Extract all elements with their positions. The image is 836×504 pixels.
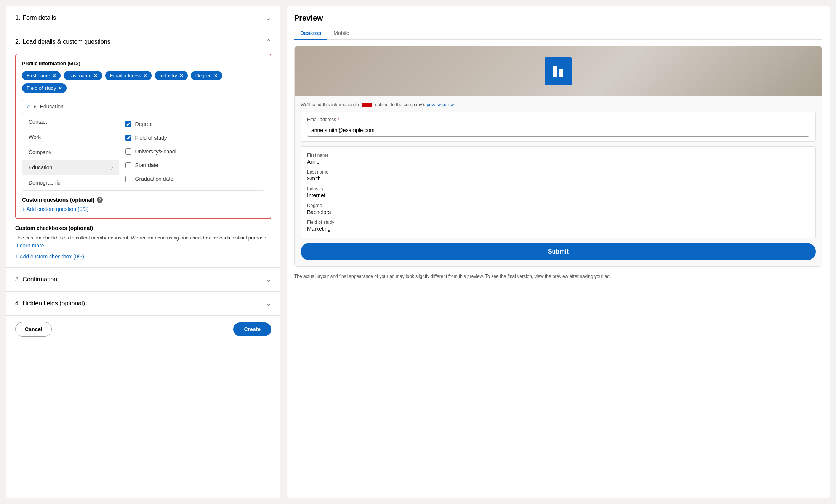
create-button[interactable]: Create — [233, 322, 271, 336]
section-4-hidden-fields: 4. Hidden fields (optional) ⌄ — [6, 292, 280, 316]
email-field-group: Email address — [301, 112, 816, 142]
category-demographic[interactable]: Demographic — [22, 175, 119, 190]
section-3-label: Confirmation — [22, 276, 266, 283]
field-row-first-name: First name Anne — [307, 153, 809, 165]
help-icon[interactable]: ? — [97, 197, 103, 203]
tag-first-name-label: First name — [27, 73, 50, 78]
tag-field-of-study-label: Field of study — [27, 85, 56, 91]
field-value-degree: Bachelors — [307, 209, 809, 215]
tag-first-name-close-icon[interactable]: ✕ — [52, 73, 56, 78]
tag-email-label: Email address — [110, 73, 141, 78]
breadcrumb-arrow-icon: ► — [33, 104, 38, 109]
section-2-header[interactable]: 2. Lead details & custom questions ⌃ — [6, 30, 280, 54]
email-input[interactable] — [307, 124, 809, 137]
category-company[interactable]: Company — [22, 145, 119, 160]
tag-email-address[interactable]: Email address ✕ — [105, 71, 152, 80]
section-1-header[interactable]: 1. Form details ⌄ — [6, 6, 280, 30]
submit-button[interactable]: Submit — [301, 243, 816, 260]
logo-bar-2 — [559, 69, 563, 77]
field-row-degree: Degree Bachelors — [307, 203, 809, 215]
field-value-field-of-study: Marketing — [307, 226, 809, 232]
privacy-redacted-name — [362, 103, 372, 107]
cancel-button[interactable]: Cancel — [15, 322, 52, 337]
tag-field-of-study-close-icon[interactable]: ✕ — [58, 86, 62, 91]
checkbox-degree-input[interactable] — [125, 121, 131, 127]
category-work-label: Work — [29, 134, 41, 140]
tag-last-name-label: Last name — [68, 73, 91, 78]
custom-questions-label: Custom questions (optional) — [22, 197, 94, 203]
section-3-header[interactable]: 3. Confirmation ⌄ — [6, 268, 280, 291]
learn-more-link[interactable]: Learn more — [17, 242, 44, 249]
nav-breadcrumb: ⌂ ► Education — [22, 99, 264, 114]
field-value-first-name: Anne — [307, 159, 809, 165]
preview-card: We'll send this information to subject t… — [294, 46, 822, 267]
options-grid: Contact Work Company Education 〉 — [22, 114, 264, 191]
section-2-number: 2. — [15, 38, 20, 45]
tag-degree-label: Degree — [195, 73, 212, 78]
category-education[interactable]: Education 〉 — [22, 160, 119, 175]
privacy-policy-link[interactable]: privacy policy — [427, 102, 454, 107]
checkbox-graduation-date-label: Graduation date — [135, 176, 173, 182]
preview-logo-box — [545, 57, 572, 85]
tag-last-name[interactable]: Last name ✕ — [64, 71, 102, 80]
section-2-chevron-icon: ⌃ — [266, 38, 271, 46]
tag-last-name-close-icon[interactable]: ✕ — [94, 73, 98, 78]
field-row-industry: Industry Internet — [307, 186, 809, 198]
section-3-number: 3. — [15, 276, 20, 283]
preview-tabs: Desktop Mobile — [294, 27, 822, 40]
checkbox-field-of-study-input[interactable] — [125, 135, 131, 141]
tag-first-name[interactable]: First name ✕ — [22, 71, 61, 80]
category-education-label: Education — [29, 164, 52, 171]
category-company-label: Company — [29, 149, 51, 155]
checkbox-start-date-input[interactable] — [125, 162, 131, 168]
category-work[interactable]: Work — [22, 129, 119, 145]
profile-info-box: Profile information (6/12) First name ✕ … — [15, 54, 271, 219]
checkbox-university-label: University/School — [135, 148, 176, 155]
logo-bars — [553, 66, 563, 77]
field-name-field-of-study: Field of study — [307, 220, 809, 225]
section-4-chevron-icon: ⌄ — [266, 299, 271, 308]
breadcrumb-education-label: Education — [40, 104, 64, 110]
tag-industry-close-icon[interactable]: ✕ — [179, 73, 183, 78]
custom-checkboxes-description: Use custom checkboxes to collect member … — [15, 234, 271, 250]
checkbox-field-of-study-label: Field of study — [135, 135, 167, 141]
home-icon[interactable]: ⌂ — [27, 103, 31, 110]
checkboxes-list: Degree Field of study University/School — [119, 114, 264, 190]
privacy-notice-text: We'll send this information to — [301, 102, 359, 107]
checkbox-university: University/School — [119, 145, 264, 158]
section-4-header[interactable]: 4. Hidden fields (optional) ⌄ — [6, 292, 280, 315]
tab-desktop[interactable]: Desktop — [294, 27, 327, 40]
category-contact[interactable]: Contact — [22, 114, 119, 129]
tab-mobile[interactable]: Mobile — [327, 27, 355, 40]
tag-industry[interactable]: Industry ✕ — [155, 71, 187, 80]
category-contact-label: Contact — [29, 119, 47, 125]
custom-questions-title-row: Custom questions (optional) ? — [22, 197, 264, 203]
tag-email-close-icon[interactable]: ✕ — [143, 73, 147, 78]
category-demographic-label: Demographic — [29, 180, 60, 186]
tag-field-of-study[interactable]: Field of study ✕ — [22, 83, 67, 93]
tag-degree-close-icon[interactable]: ✕ — [214, 73, 218, 78]
section-4-label: Hidden fields (optional) — [22, 300, 266, 307]
preview-panel: Preview Desktop Mobile — [287, 6, 830, 498]
checkbox-graduation-date-input[interactable] — [125, 176, 131, 182]
section-2-lead-details: 2. Lead details & custom questions ⌃ Pro… — [6, 30, 280, 268]
field-value-last-name: Smith — [307, 175, 809, 182]
logo-bar-1 — [553, 66, 557, 77]
tab-mobile-label: Mobile — [333, 30, 349, 36]
preview-banner — [295, 46, 822, 96]
checkbox-start-date-label: Start date — [135, 162, 159, 168]
checkbox-degree-label: Degree — [135, 121, 153, 127]
privacy-suffix-text: subject to the company's — [375, 102, 426, 107]
checkbox-start-date: Start date — [119, 158, 264, 172]
tag-industry-label: Industry — [159, 73, 177, 78]
tags-container: First name ✕ Last name ✕ Email address ✕ — [22, 71, 264, 93]
tag-degree[interactable]: Degree ✕ — [191, 71, 223, 80]
field-row-last-name: Last name Smith — [307, 169, 809, 182]
section-1-chevron-icon: ⌄ — [266, 14, 271, 22]
add-custom-question-link[interactable]: + Add custom question (0/3) — [22, 206, 89, 212]
checkbox-university-input[interactable] — [125, 148, 131, 155]
section-1-label: Form details — [22, 14, 266, 21]
section-4-number: 4. — [15, 300, 20, 307]
email-label: Email address — [307, 117, 809, 122]
add-custom-checkbox-link[interactable]: + Add custom checkbox (0/5) — [15, 254, 84, 260]
